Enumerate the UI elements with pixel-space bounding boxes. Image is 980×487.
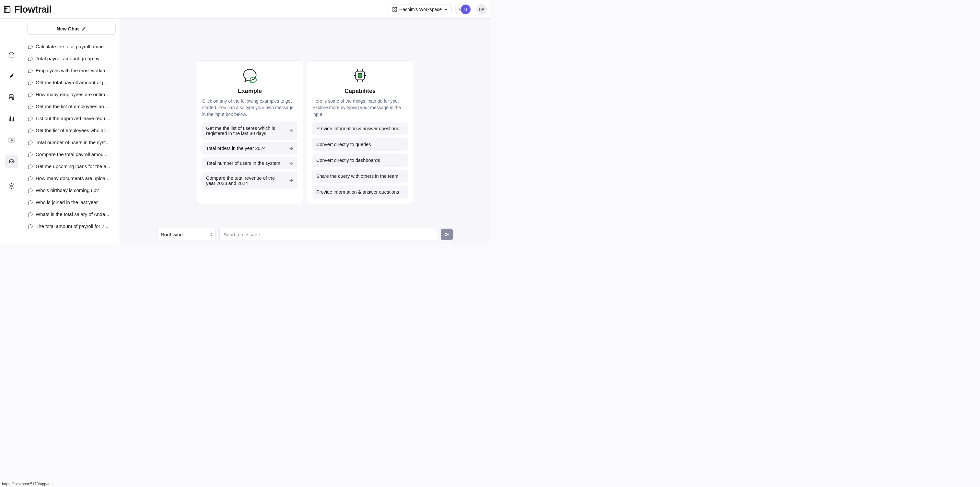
welcome-cards: Example Click on any of the following ex… xyxy=(120,19,490,204)
example-prompt-text: Total orders in the year 2024 xyxy=(206,146,266,151)
chat-bubble-icon xyxy=(28,152,33,157)
app-shell: New Chat Calculate the total payroll amo… xyxy=(0,19,490,243)
chat-history-label: Whats is the total salary of Ande... xyxy=(36,211,109,217)
chat-history-item[interactable]: Who is joined in the last year xyxy=(27,196,116,208)
grid-icon xyxy=(392,7,397,12)
capability-item: Provide information & answer questions xyxy=(312,122,408,135)
chat-history-label: Total payroll amount group by ... xyxy=(36,56,105,61)
main-scroll: Example Click on any of the following ex… xyxy=(120,19,490,243)
select-chevrons-icon: ▴▾ xyxy=(210,232,212,237)
chat-bubble-icon xyxy=(28,176,33,181)
chat-history-item[interactable]: Calculate the total payroll amou... xyxy=(27,40,116,52)
nav-dashboard[interactable] xyxy=(5,133,18,146)
chat-bubble-icon xyxy=(28,188,33,193)
nav-home[interactable] xyxy=(5,48,18,61)
avatar-small[interactable]: H xyxy=(461,5,471,14)
svg-rect-8 xyxy=(10,160,14,163)
svg-point-6 xyxy=(13,98,14,99)
chat-history-label: Get me upcoming loans for the e... xyxy=(36,163,110,169)
chat-history-item[interactable]: Whats is the total salary of Ande... xyxy=(27,208,116,220)
svg-rect-4 xyxy=(395,10,397,11)
capability-item: Convert directly to queries xyxy=(312,138,408,151)
chat-history-item[interactable]: Total number of users in the syst... xyxy=(27,136,116,148)
database-selected-label: Northwind xyxy=(161,232,183,237)
main-area: Example Click on any of the following ex… xyxy=(120,19,490,243)
svg-point-9 xyxy=(10,161,11,162)
avatar-user[interactable]: HA xyxy=(476,4,487,14)
capability-item: Provide information & answer questions xyxy=(312,186,408,198)
example-prompt[interactable]: Compare the total revenue of the year 20… xyxy=(202,172,298,189)
chat-bubble-icon xyxy=(28,140,33,145)
example-prompt[interactable]: Total orders in the year 2024 xyxy=(202,142,298,154)
chat-history-item[interactable]: Who's birthday is coming up? xyxy=(27,184,116,196)
composer: Northwind ▴▾ xyxy=(120,225,490,243)
chat-history-item[interactable]: How many employees are ontim... xyxy=(27,89,116,100)
brand-name: Flowtrail xyxy=(14,4,51,15)
capabilities-card: Capabilites Here is some of the things I… xyxy=(307,60,413,204)
example-desc: Click on any of the following examples t… xyxy=(202,98,298,117)
chat-history-label: Employees with the most workin... xyxy=(36,68,109,73)
chat-bubble-icon xyxy=(28,128,33,133)
chat-history-item[interactable]: Employees with the most workin... xyxy=(27,64,116,76)
nav-rail xyxy=(0,19,23,243)
example-prompt[interactable]: Get me the list of useres which is regis… xyxy=(202,122,298,140)
chat-bubble-icon xyxy=(28,200,33,205)
chat-history-item[interactable]: Compare the total payroll amou... xyxy=(27,148,116,160)
chat-history-label: Who is joined in the last year xyxy=(36,200,98,205)
workspace-dropdown[interactable]: Hashim's Workspace xyxy=(388,5,452,14)
chat-history-label: Get me the list of employees an... xyxy=(36,104,108,109)
chat-bubble-icon xyxy=(28,224,33,229)
example-prompt[interactable]: Total number of users in the system xyxy=(202,157,298,169)
chat-history-label: Get the list of employees who ar... xyxy=(36,128,109,133)
brand: Flowtrail xyxy=(3,4,51,15)
chat-sidebar: New Chat Calculate the total payroll amo… xyxy=(23,19,120,243)
nav-database[interactable] xyxy=(5,90,18,104)
edit-icon xyxy=(81,26,86,31)
topbar-right: Hashim's Workspace + H HA xyxy=(388,4,487,14)
chat-bubble-icon xyxy=(28,164,33,169)
svg-rect-3 xyxy=(393,10,395,11)
chat-history-item[interactable]: Get me the list of employees an... xyxy=(27,100,116,113)
arrow-right-icon xyxy=(288,178,294,183)
send-button[interactable] xyxy=(441,228,453,240)
workspace-label: Hashim's Workspace xyxy=(399,7,442,12)
nav-analytics[interactable] xyxy=(5,112,18,125)
database-select[interactable]: Northwind ▴▾ xyxy=(157,228,215,241)
example-prompt-text: Total number of users in the system xyxy=(206,160,280,166)
chat-bubble-icon xyxy=(28,68,33,73)
topbar: Flowtrail Hashim's Workspace + H HA xyxy=(0,0,490,19)
capabilities-title: Capabilites xyxy=(312,88,408,95)
chat-history-label: How many documents are uploa... xyxy=(36,176,110,181)
message-input[interactable] xyxy=(220,228,437,241)
chat-history-item[interactable]: Get me upcoming loans for the e... xyxy=(27,160,116,172)
example-icon xyxy=(202,68,298,84)
nav-settings[interactable] xyxy=(5,179,18,192)
chat-history-item[interactable]: Get me total payroll amount of j... xyxy=(27,76,116,89)
chat-bubble-icon xyxy=(28,104,33,109)
chat-history-label: The total amount of payroll for 2... xyxy=(36,224,108,229)
chat-bubble-icon xyxy=(28,92,33,97)
chat-history-label: Get me total payroll amount of j... xyxy=(36,80,107,85)
arrow-right-icon xyxy=(288,128,294,133)
chat-bubble-icon xyxy=(28,212,33,217)
capability-item: Share the query with others in the team xyxy=(312,170,408,182)
capability-item: Convert directly to dashboards xyxy=(312,154,408,167)
chat-history-item[interactable]: The total amount of payroll for 2... xyxy=(27,220,116,232)
example-prompt-text: Get me the list of useres which is regis… xyxy=(206,125,285,136)
chat-history-item[interactable]: Total payroll amount group by ... xyxy=(27,52,116,64)
chat-history-item[interactable]: Get the list of employees who ar... xyxy=(27,124,116,136)
chat-history-item[interactable]: List out the approved leave requ... xyxy=(27,113,116,124)
capabilities-desc: Here is some of the things I can do for … xyxy=(312,98,408,117)
new-chat-button[interactable]: New Chat xyxy=(27,23,116,35)
nav-connections[interactable] xyxy=(5,69,18,82)
chat-history-item[interactable]: How many documents are uploa... xyxy=(27,172,116,184)
chat-history-label: How many employees are ontim... xyxy=(36,92,109,97)
example-card: Example Click on any of the following ex… xyxy=(197,60,303,204)
svg-rect-0 xyxy=(4,6,10,12)
brand-logo-icon xyxy=(3,5,11,13)
svg-rect-14 xyxy=(358,73,362,78)
chat-bubble-icon xyxy=(28,80,33,85)
new-chat-label: New Chat xyxy=(57,26,79,32)
nav-ai-chat[interactable] xyxy=(5,155,18,168)
svg-point-5 xyxy=(10,94,13,96)
